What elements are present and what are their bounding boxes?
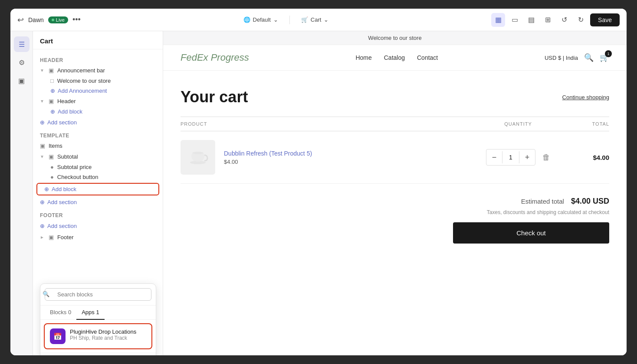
svg-point-1 — [193, 152, 203, 154]
top-bar: ↩ Dawn Live ••• 🌐 Default ⌄ 🛒 Cart ⌄ ▦ ▭ — [10, 9, 627, 31]
qty-decrease-button[interactable]: − — [486, 150, 502, 165]
tabs-row: Blocks 0 Apps 1 — [40, 306, 156, 320]
globe-icon: 🌐 — [243, 16, 250, 23]
nav-home[interactable]: Home — [355, 54, 371, 61]
cart-item: Dubblin Refresh (Test Product 5) $4.00 −… — [181, 131, 609, 184]
main-layout: ☰ ⚙ ▣ Cart Header ▼ ▣ Announcement bar □… — [10, 31, 627, 355]
chevron-down-icon: ⌄ — [273, 16, 278, 23]
subtotal-price-label: Subtotal price — [57, 164, 92, 170]
currency-selector[interactable]: USD $ | India — [545, 55, 578, 61]
block-icon: □ — [50, 78, 54, 84]
save-button[interactable]: Save — [590, 13, 620, 26]
tax-note: Taxes, discounts and shipping calculated… — [487, 209, 609, 215]
subtotal-grid-icon: ▣ — [49, 153, 54, 160]
theme-name: Dawn — [28, 16, 44, 23]
search-input-wrap — [40, 284, 156, 306]
header-section-item[interactable]: ▼ ▣ Header — [33, 96, 163, 107]
grid-view-button[interactable]: ⊞ — [541, 13, 555, 27]
cart-badge: 1 — [605, 50, 612, 57]
checkout-button-item[interactable]: ● Checkout button — [33, 172, 163, 182]
item-total: $4.00 — [557, 154, 609, 161]
add-section3-label: Add section — [47, 223, 77, 229]
add-announcement-link[interactable]: ⊕ Add Announcement — [33, 86, 163, 96]
undo-button[interactable]: ↺ — [557, 13, 571, 27]
default-label: Default — [253, 16, 271, 23]
continue-shopping-link[interactable]: Continue shopping — [562, 94, 609, 101]
top-bar-left: ↩ Dawn Live ••• — [17, 15, 81, 25]
pluginhive-app-item[interactable]: 📅 PluginHive Drop Locations PH Ship, Rat… — [44, 323, 152, 349]
search-blocks-input[interactable] — [45, 288, 151, 301]
items-grid-icon: ▣ — [40, 143, 45, 149]
tablet-view-button[interactable]: ▭ — [508, 13, 522, 27]
more-menu-button[interactable]: ••• — [72, 15, 81, 24]
quantity-cell: − 1 + 🗑 — [479, 149, 557, 166]
blocks-tab[interactable]: Blocks 0 — [45, 306, 76, 320]
qty-increase-button[interactable]: + — [519, 150, 535, 165]
cart-selector[interactable]: 🛒 Cart ⌄ — [297, 15, 333, 25]
header-group-label: Header — [33, 53, 163, 65]
announcement-bar-item[interactable]: ▼ ▣ Announcement bar — [33, 65, 163, 76]
delete-item-button[interactable]: 🗑 — [542, 153, 550, 162]
footer-grid-icon: ▣ — [49, 234, 54, 240]
top-bar-right: ▦ ▭ ▤ ⊞ ↺ ↻ Save — [491, 13, 620, 27]
cart-icon: 🛒 — [301, 16, 308, 23]
cart-header: Your cart Continue shopping — [181, 88, 609, 106]
nav-catalog[interactable]: Catalog — [384, 54, 405, 61]
footer-item-label: Footer — [57, 234, 74, 240]
search-nav-icon[interactable]: 🔍 — [584, 53, 594, 62]
apps-tab[interactable]: Apps 1 — [76, 306, 105, 320]
announcement-bar-label: Announcement bar — [57, 67, 105, 74]
subtotal-section-item[interactable]: ▼ ▣ Subtotal — [33, 151, 163, 162]
subtotal-price-item[interactable]: ● Subtotal price — [33, 162, 163, 172]
product-image — [181, 140, 215, 175]
back-icon[interactable]: ↩ — [17, 15, 24, 25]
footer-item[interactable]: ► ▣ Footer — [33, 232, 163, 243]
chevron-down-icon2: ⌄ — [324, 16, 328, 23]
nav-contact[interactable]: Contact — [417, 54, 438, 61]
blocks-count: 0 — [68, 309, 71, 315]
add-section2-link[interactable]: ⊕ Add section — [33, 196, 163, 208]
sections-icon-button[interactable]: ☰ — [14, 36, 30, 52]
add-section-label: Add section — [47, 119, 77, 126]
icon-sidebar: ☰ ⚙ ▣ — [10, 31, 33, 355]
chevron-icon2: ▼ — [40, 99, 44, 104]
product-price: $4.00 — [224, 159, 312, 165]
desktop-view-button[interactable]: ▦ — [491, 13, 505, 27]
live-badge: Live — [48, 16, 68, 23]
plus-icon2: ⊕ — [50, 108, 55, 115]
divider — [289, 16, 290, 24]
live-label: Live — [56, 17, 65, 23]
settings-icon-button[interactable]: ⚙ — [14, 55, 30, 70]
items-label: Items — [49, 143, 62, 149]
add-block-button[interactable]: ⊕ Add block — [36, 183, 159, 195]
cart-title: Your cart — [181, 88, 248, 106]
plus-icon5: ⊕ — [40, 199, 45, 205]
items-section-item[interactable]: ▣ Items — [33, 140, 163, 151]
add-section3-link[interactable]: ⊕ Add section — [33, 220, 163, 232]
estimated-label: Estimated total — [521, 198, 564, 205]
redo-button[interactable]: ↻ — [574, 13, 588, 27]
preview-scroll: Welcome to our store FedEx Progress Home… — [163, 31, 627, 355]
mobile-view-button[interactable]: ▤ — [524, 13, 538, 27]
footer-group-label: Footer — [33, 208, 163, 220]
welcome-block-item[interactable]: □ Welcome to our store — [33, 76, 163, 86]
subtotal-price-icon: ● — [50, 164, 54, 170]
checkout-button-label: Checkout button — [57, 174, 99, 180]
top-bar-center: 🌐 Default ⌄ 🛒 Cart ⌄ — [86, 15, 486, 25]
add-section2-label: Add section — [47, 199, 77, 205]
default-selector[interactable]: 🌐 Default ⌄ — [239, 15, 282, 25]
apps-icon-button[interactable]: ▣ — [14, 73, 30, 88]
add-block-link[interactable]: ⊕ Add block — [33, 107, 163, 117]
store-nav-right: USD $ | India 🔍 🛒 1 — [545, 53, 609, 62]
cart-icon-wrap[interactable]: 🛒 1 — [600, 53, 609, 62]
header-label: Header — [57, 98, 76, 104]
checkout-button[interactable]: Check out — [453, 222, 609, 244]
section-grid-icon: ▣ — [49, 67, 54, 74]
app-subtitle: PH Ship, Rate and Track — [70, 335, 136, 341]
browse-apps-text: Browse apps built for Online Store 2.0 t… — [40, 353, 156, 355]
welcome-block-label: Welcome to our store — [57, 78, 111, 84]
plus-icon4: ⊕ — [44, 186, 49, 192]
product-name[interactable]: Dubblin Refresh (Test Product 5) — [224, 150, 312, 157]
plus-icon3: ⊕ — [40, 119, 45, 126]
add-section-link[interactable]: ⊕ Add section — [33, 117, 163, 128]
